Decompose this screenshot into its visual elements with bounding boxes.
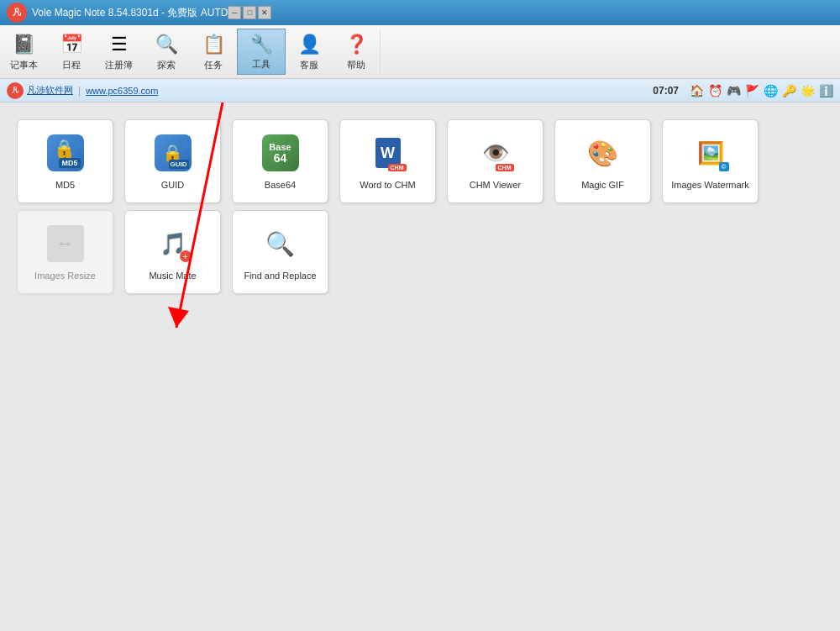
status-time: 07:07 [653,85,679,97]
word2chm-icon: W CHM [370,134,407,171]
base64-label: Base64 [265,180,296,191]
magicgif-icon: 🎨 [585,134,622,171]
word2chm-icon-wrap: W CHM [366,131,410,175]
toolbar-label-register: 注册簿 [105,59,133,71]
info-icon[interactable]: ℹ️ [818,83,833,98]
status-divider: | [78,85,81,97]
imgwatermark-label: Images Watermark [671,180,749,191]
findreplace-icon: 🔍 [262,225,299,262]
toolbar-item-notepad[interactable]: 📓 记事本 [0,29,48,75]
findreplace-icon-wrap: 🔍 [259,222,302,266]
tool-word2chm[interactable]: W CHM Word to CHM [339,119,436,203]
tool-imgwatermark[interactable]: 🖼️ © Images Watermark [662,119,759,203]
imgwatermark-icon-wrap: 🖼️ © [689,131,732,175]
service-icon: 👤 [296,32,323,57]
toolbar-item-search[interactable]: 🔍 探索 [143,29,190,75]
magicgif-icon-wrap: 🎨 [581,131,625,175]
toolbar-label-service: 客服 [300,59,318,71]
toolbar-item-service[interactable]: 👤 客服 [286,29,333,75]
guid-label: GUID [161,180,185,191]
magicgif-label: Magic GIF [581,180,624,191]
tool-magicgif[interactable]: 🎨 Magic GIF [554,119,651,203]
toolbar: 📓 记事本 📅 日程 ☰ 注册簿 🔍 探索 📋 任务 🔧 工具 👤 客服 ❓ [0,25,840,79]
status-icons-group: 🏠 ⏰ 🎮 🚩 🌐 🔑 🌟 ℹ️ [689,83,833,98]
md5-icon-wrap: 🔒 MD5 [44,131,87,175]
tool-md5[interactable]: 🔒 MD5 MD5 [17,119,113,203]
window-title: Vole Magic Note 8.54.8301d - 免费版 AUTD [32,6,228,20]
toolbar-label-help: 帮助 [347,59,365,71]
help-icon: ❓ [343,32,370,57]
game-icon[interactable]: 🎮 [726,83,741,98]
guid-icon: 🔒 GUID [155,134,192,171]
statusbar: 凡 凡涉软件网 | www.pc6359.com 07:07 🏠 ⏰ 🎮 🚩 🌐… [0,79,840,103]
imgwatermark-icon: 🖼️ © [692,134,729,171]
minimize-button[interactable]: ─ [228,6,241,19]
notepad-icon: 📓 [11,32,38,57]
tool-base64[interactable]: Base 64 Base64 [232,119,328,203]
clock-icon[interactable]: ⏰ [707,83,722,98]
md5-label: MD5 [55,180,75,191]
key-icon[interactable]: 🔑 [781,83,796,98]
toolbar-group-main: 📓 记事本 📅 日程 ☰ 注册簿 🔍 探索 📋 任务 🔧 工具 👤 客服 ❓ [0,29,381,75]
toolbar-label-search: 探索 [157,59,176,71]
register-icon: ☰ [106,32,133,57]
close-button[interactable]: ✕ [258,6,271,19]
md5-icon: 🔒 MD5 [47,134,84,171]
toolbar-item-task[interactable]: 📋 任务 [190,29,237,75]
titlebar: 凡 Vole Magic Note 8.54.8301d - 免费版 AUTD … [0,0,840,25]
imgresize-icon: ↔️ [47,225,84,262]
main-content: 🔒 MD5 MD5 🔒 GUID GUID Base 64 [0,103,840,631]
toolbar-item-register[interactable]: ☰ 注册簿 [95,29,143,75]
chmviewer-label: CHM Viewer [470,180,522,191]
status-site-link[interactable]: 凡涉软件网 [27,84,73,97]
status-url-link[interactable]: www.pc6359.com [86,86,158,96]
toolbar-item-schedule[interactable]: 📅 日程 [48,29,95,75]
globe-icon[interactable]: 🌐 [763,83,778,98]
status-logo: 凡 [7,82,24,99]
schedule-icon: 📅 [58,32,85,57]
search-icon: 🔍 [153,32,180,57]
star-icon[interactable]: 🌟 [800,83,815,98]
guid-icon-wrap: 🔒 GUID [151,131,195,175]
tool-findreplace[interactable]: 🔍 Find and Replace [232,210,328,294]
toolbar-label-task: 任务 [204,59,223,71]
chmviewer-icon: 👁️ CHM [477,134,514,171]
chmviewer-icon-wrap: 👁️ CHM [474,131,517,175]
findreplace-label: Find and Replace [244,271,316,281]
tools-icon: 🔧 [248,33,275,56]
home-icon[interactable]: 🏠 [689,83,704,98]
toolbar-item-tools[interactable]: 🔧 工具 [237,29,286,75]
toolbar-label-schedule: 日程 [62,59,81,71]
musicmate-icon: 🎵 + [155,225,192,262]
tools-grid: 🔒 MD5 MD5 🔒 GUID GUID Base 64 [17,119,823,294]
flag-icon[interactable]: 🚩 [744,83,759,98]
musicmate-label: Music Mate [149,271,196,281]
restore-button[interactable]: □ [243,6,256,19]
tool-guid[interactable]: 🔒 GUID GUID [124,119,221,203]
word2chm-label: Word to CHM [360,180,415,191]
toolbar-label-notepad: 记事本 [10,59,38,71]
musicmate-icon-wrap: 🎵 + [151,222,195,266]
window-controls: ─ □ ✕ [228,6,271,19]
imgresize-icon-wrap: ↔️ [44,222,87,266]
toolbar-item-help[interactable]: ❓ 帮助 [333,29,380,75]
tool-imgresize: ↔️ Images Resize [17,210,113,294]
base64-icon: Base 64 [262,134,299,171]
tool-musicmate[interactable]: 🎵 + Music Mate [124,210,221,294]
tool-chmviewer[interactable]: 👁️ CHM CHM Viewer [447,119,543,203]
imgresize-label: Images Resize [34,271,96,281]
app-logo: 凡 [7,3,27,23]
task-icon: 📋 [200,32,227,57]
base64-icon-wrap: Base 64 [259,131,302,175]
toolbar-label-tools: 工具 [252,58,270,71]
